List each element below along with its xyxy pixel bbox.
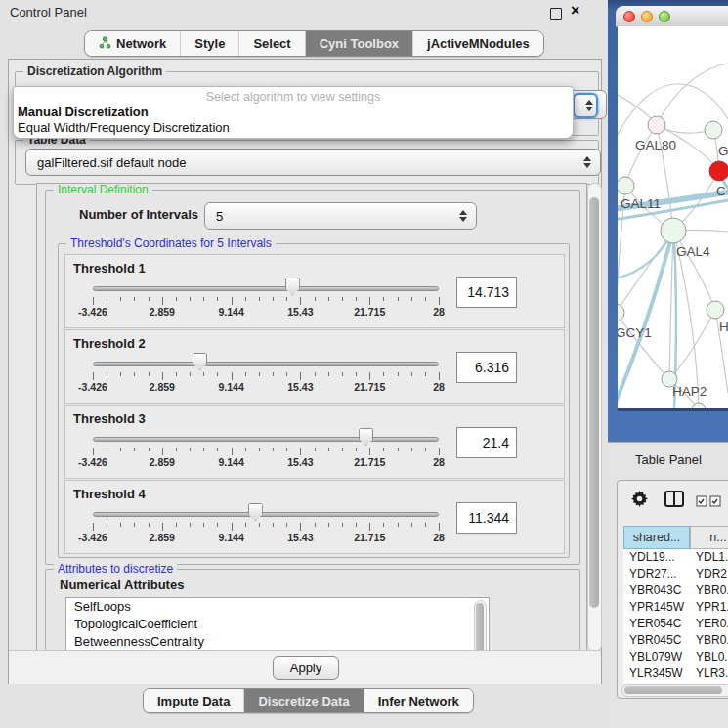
network-node[interactable] xyxy=(705,121,722,139)
threshold-value-field[interactable]: 21.4 xyxy=(456,427,517,458)
minor-tick xyxy=(286,297,287,301)
float-window-icon[interactable] xyxy=(550,8,562,20)
split-columns-icon[interactable] xyxy=(664,491,684,511)
network-node[interactable] xyxy=(707,301,724,319)
threshold-card-2: Threshold 2-3.4262.8599.14415.4321.71528… xyxy=(64,329,565,404)
minimize-traffic-light-icon[interactable] xyxy=(641,11,653,22)
table-row[interactable]: YBL079WYBL0... xyxy=(623,649,728,665)
thresholds-group: Threshold's Coordinates for 5 Intervals … xyxy=(58,243,570,558)
algorithm-option-manual[interactable]: Manual Discretization xyxy=(16,105,565,119)
node-label: GAL11 xyxy=(621,196,661,211)
top-tab-bar: NetworkStyleSelectCyni ToolboxjActiveMNo… xyxy=(84,30,544,57)
threshold-label: Threshold 2 xyxy=(73,336,146,351)
table-hscrollbar-thumb[interactable] xyxy=(624,686,722,694)
attributes-scrollbar-thumb[interactable] xyxy=(476,603,484,652)
combo-up-arrow-icon xyxy=(459,210,467,215)
tab-select[interactable]: Select xyxy=(239,31,305,56)
network-node[interactable] xyxy=(618,177,634,194)
attributes-group-label: Attributes to discretize xyxy=(54,562,177,576)
node-label: GAL4 xyxy=(676,244,710,259)
threshold-slider-thumb[interactable] xyxy=(285,278,300,295)
apply-strip: Apply xyxy=(9,650,601,684)
select-columns-checkboxes-icon[interactable] xyxy=(696,493,721,511)
table-cell: YDR2... xyxy=(690,566,728,582)
combo-up-arrow-icon xyxy=(585,100,593,105)
minor-tick xyxy=(286,372,287,376)
threshold-slider-thumb[interactable] xyxy=(193,353,207,370)
tab-style[interactable]: Style xyxy=(181,31,239,56)
table-row[interactable]: YPR145WYPR1... xyxy=(623,599,728,616)
minor-tick xyxy=(149,297,150,301)
network-edge xyxy=(669,231,673,379)
network-window-titlebar[interactable] xyxy=(616,6,728,27)
threshold-value-field[interactable]: 11.344 xyxy=(456,502,517,534)
algorithm-combobox-button[interactable] xyxy=(573,93,598,118)
minor-tick xyxy=(134,523,135,527)
tab-infer-network[interactable]: Infer Network xyxy=(364,689,473,712)
table-cell: YER054C xyxy=(623,616,690,632)
threshold-slider-track[interactable] xyxy=(93,362,439,366)
minor-tick xyxy=(411,297,412,301)
table-row[interactable]: YDL19...YDL1... xyxy=(623,549,728,566)
minor-tick xyxy=(120,297,121,301)
table-row[interactable]: YDR27...YDR2... xyxy=(623,566,728,582)
minor-tick xyxy=(203,448,204,451)
minor-tick xyxy=(273,372,274,376)
table-data-combobox[interactable]: galFiltered.sif default node xyxy=(25,149,601,176)
network-node[interactable] xyxy=(709,161,728,181)
network-node[interactable] xyxy=(648,116,665,134)
attribute-item[interactable]: BetweennessCentrality xyxy=(66,633,489,651)
tick-label: 15.43 xyxy=(287,306,313,318)
minor-tick xyxy=(190,448,191,451)
attributes-list-scrollbar[interactable] xyxy=(474,600,487,652)
threshold-value-field[interactable]: 14.713 xyxy=(456,277,517,308)
tab-jactivemnodules[interactable]: jActiveMNodules xyxy=(413,31,543,56)
threshold-slider-track[interactable] xyxy=(93,437,439,442)
minor-tick xyxy=(425,448,426,451)
tab-discretize-data[interactable]: Discretize Data xyxy=(244,689,364,712)
table-row[interactable]: YLR345WYLR3... xyxy=(623,665,728,682)
network-node[interactable] xyxy=(618,304,624,321)
column-header-1[interactable]: n... xyxy=(690,526,728,549)
table-row[interactable]: YBR043CYBR0... xyxy=(623,582,728,599)
algorithm-placeholder-item[interactable]: Select algorithm to view settings xyxy=(14,90,573,104)
column-header-0[interactable]: shared... xyxy=(623,526,690,549)
numerical-attributes-list[interactable]: SelfLoopsTopologicalCoefficientBetweenne… xyxy=(65,597,490,652)
table-settings-gear-icon[interactable] xyxy=(631,491,648,511)
minor-tick xyxy=(315,372,316,376)
network-node[interactable] xyxy=(661,218,686,243)
apply-button[interactable]: Apply xyxy=(273,656,339,680)
tick-label: 21.715 xyxy=(354,381,385,393)
combo-down-arrow-icon xyxy=(459,217,467,222)
threshold-slider-thumb[interactable] xyxy=(248,503,263,521)
settings-scrollbar[interactable] xyxy=(587,183,602,652)
table-horizontal-scrollbar[interactable] xyxy=(621,684,728,697)
major-tick xyxy=(369,372,370,380)
close-traffic-light-icon[interactable] xyxy=(623,11,635,22)
minor-tick xyxy=(286,523,287,527)
num-intervals-combobox[interactable]: 5 xyxy=(204,202,477,230)
algorithm-option-equal-width[interactable]: Equal Width/Frequency Discretization xyxy=(16,120,565,135)
minor-tick xyxy=(134,297,135,301)
tab-cyni-toolbox[interactable]: Cyni Toolbox xyxy=(306,31,413,56)
attribute-item[interactable]: TopologicalCoefficient xyxy=(66,616,489,633)
threshold-slider-track[interactable] xyxy=(93,512,439,517)
tab-network[interactable]: Network xyxy=(85,31,181,56)
minor-tick xyxy=(315,297,316,301)
table-cell: YDL19... xyxy=(623,549,690,566)
num-intervals-value: 5 xyxy=(216,209,223,224)
attribute-item[interactable]: SelfLoops xyxy=(66,598,489,616)
table-row[interactable]: YER054CYER0... xyxy=(623,616,728,632)
network-canvas[interactable]: GAL80GACGAL11GAL4GCY1HHAP2 xyxy=(618,26,728,411)
minor-tick xyxy=(356,372,357,376)
threshold-slider-track[interactable] xyxy=(93,286,439,291)
tab-impute-data[interactable]: Impute Data xyxy=(144,689,244,712)
thresholds-group-label: Threshold's Coordinates for 5 Intervals xyxy=(66,236,276,250)
threshold-value-field[interactable]: 6.316 xyxy=(456,352,517,383)
close-icon[interactable]: × xyxy=(571,2,579,20)
settings-scrollbar-thumb[interactable] xyxy=(589,197,599,608)
minor-tick xyxy=(342,523,343,527)
threshold-slider-thumb[interactable] xyxy=(359,428,373,446)
table-row[interactable]: YBR045CYBR0... xyxy=(623,632,728,649)
zoom-traffic-light-icon[interactable] xyxy=(659,11,670,22)
